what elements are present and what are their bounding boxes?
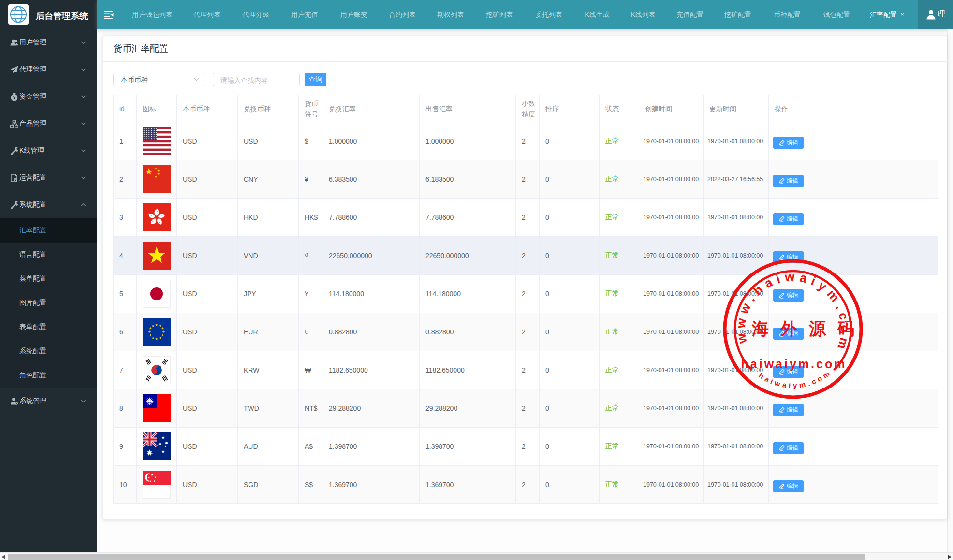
- svg-text:h a i w a i y m . c o m: h a i w a i y m . c o m: [757, 369, 831, 389]
- svg-text:w w w . h a i w a i y m . c o: w w w . h a i w a i y m . c o m: [733, 269, 852, 351]
- svg-text:海外源码: 海外源码: [751, 319, 864, 338]
- svg-text:haiwaiym.com: haiwaiym.com: [741, 357, 847, 371]
- svg-text:¥: ¥: [13, 95, 15, 100]
